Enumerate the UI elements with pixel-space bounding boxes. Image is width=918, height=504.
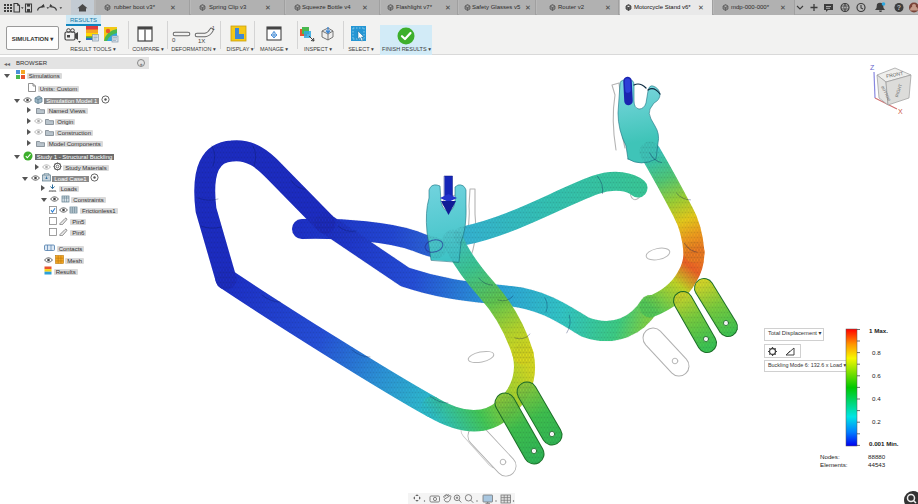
svg-text:X: X	[898, 108, 903, 115]
svg-text:?: ?	[897, 4, 901, 11]
svg-text:0: 0	[172, 37, 176, 43]
svg-text:1X: 1X	[198, 38, 205, 44]
svg-text:Z: Z	[870, 64, 875, 71]
svg-text:1: 1	[212, 25, 215, 31]
